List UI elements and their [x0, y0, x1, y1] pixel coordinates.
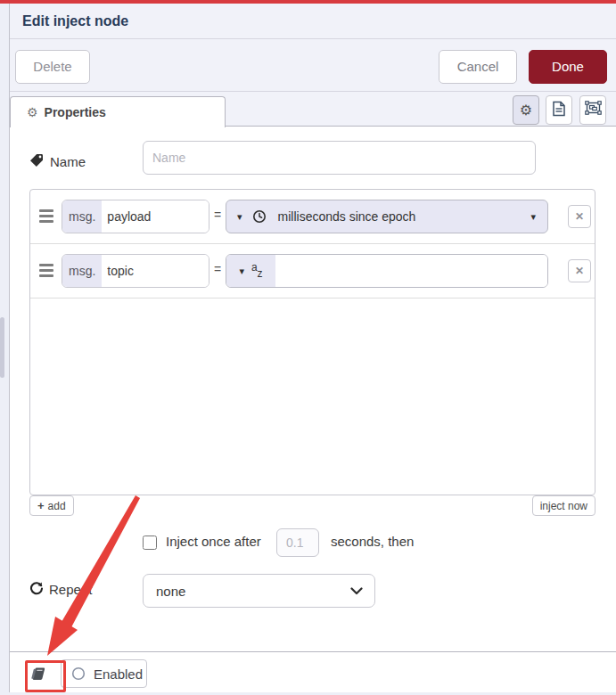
repeat-field-label: Repeat — [29, 581, 92, 598]
chevron-down-icon — [350, 587, 363, 595]
close-icon: ✕ — [575, 265, 584, 277]
msg-property-field[interactable]: msg. — [62, 200, 209, 233]
drag-handle-icon[interactable] — [39, 264, 53, 280]
property-row-payload: msg. = ▾ milliseconds since epoch ▾ — [30, 190, 595, 244]
topic-value-input[interactable] — [275, 255, 547, 287]
dialog-panel: Edit inject node Delete Cancel Done ⚙ Pr… — [9, 4, 616, 692]
dialog-title: Edit inject node — [22, 4, 128, 39]
enabled-label: Enabled — [94, 666, 143, 682]
docs-book-button[interactable] — [21, 663, 53, 688]
equals-sign: = — [214, 262, 221, 276]
done-button[interactable]: Done — [529, 50, 607, 84]
msg-prefix: msg. — [62, 200, 102, 233]
msg-property-field[interactable]: msg. — [62, 254, 209, 288]
dialog-header: Edit inject node — [10, 4, 616, 39]
string-type-icon: az — [251, 266, 263, 276]
property-list: msg. = ▾ milliseconds since epoch ▾ — [29, 189, 595, 495]
caret-down-icon: ▾ — [239, 266, 244, 277]
inject-once-label: Inject once after — [166, 534, 261, 549]
enabled-toggle-button[interactable]: Enabled — [61, 659, 147, 688]
repeat-icon — [29, 581, 44, 598]
left-scrollbar-thumb[interactable] — [0, 317, 4, 378]
top-red-bar — [0, 0, 616, 4]
gear-icon: ⚙ — [27, 105, 38, 119]
type-select-button[interactable]: ▾ az — [226, 255, 275, 287]
repeat-select-value: none — [156, 584, 185, 599]
msg-prefix: msg. — [62, 255, 102, 287]
description-tab-button[interactable] — [546, 95, 572, 125]
document-icon — [552, 101, 566, 120]
name-field-label: Name — [29, 146, 86, 176]
timestamp-value-label: milliseconds since epoch — [278, 209, 416, 224]
inject-now-button[interactable]: inject now — [532, 495, 595, 516]
add-property-button[interactable]: + add — [29, 495, 74, 516]
inject-delay-input[interactable] — [276, 528, 319, 557]
typed-input-string: ▾ az — [226, 254, 548, 288]
tag-icon — [29, 153, 44, 170]
delete-row-button[interactable]: ✕ — [568, 259, 591, 282]
appearance-tab-button[interactable] — [579, 95, 606, 125]
properties-tab-button[interactable]: ⚙ — [513, 95, 539, 125]
dialog-button-bar — [10, 39, 616, 92]
seconds-then-label: seconds, then — [331, 534, 414, 549]
repeat-select[interactable]: none — [143, 574, 375, 608]
delete-button[interactable]: Delete — [15, 50, 90, 84]
tab-strip: ⚙ Properties ⚙ — [10, 92, 616, 127]
property-row-topic: msg. = ▾ az ✕ — [30, 244, 595, 298]
plus-icon: + — [37, 499, 45, 512]
drag-handle-icon[interactable] — [39, 209, 53, 225]
edit-inject-node-dialog: Edit inject node Delete Cancel Done ⚙ Pr… — [0, 0, 616, 695]
object-group-icon — [585, 101, 602, 119]
tab-properties[interactable]: ⚙ Properties — [10, 96, 226, 127]
property-key-input[interactable] — [102, 255, 209, 287]
property-key-input[interactable] — [102, 200, 209, 233]
caret-down-icon: ▾ — [237, 211, 242, 223]
book-icon — [29, 666, 45, 684]
typed-input-timestamp[interactable]: ▾ milliseconds since epoch ▾ — [226, 200, 548, 233]
gear-icon: ⚙ — [520, 102, 532, 119]
clock-icon — [252, 209, 267, 224]
equals-sign: = — [214, 208, 221, 222]
delete-row-button[interactable]: ✕ — [568, 205, 591, 228]
cancel-button[interactable]: Cancel — [439, 50, 517, 84]
inject-once-checkbox[interactable] — [143, 536, 157, 550]
status-circle-icon — [71, 666, 86, 681]
tab-properties-label: Properties — [45, 105, 106, 119]
close-icon: ✕ — [575, 210, 584, 223]
caret-down-icon: ▾ — [530, 211, 536, 223]
name-input[interactable] — [143, 141, 536, 175]
